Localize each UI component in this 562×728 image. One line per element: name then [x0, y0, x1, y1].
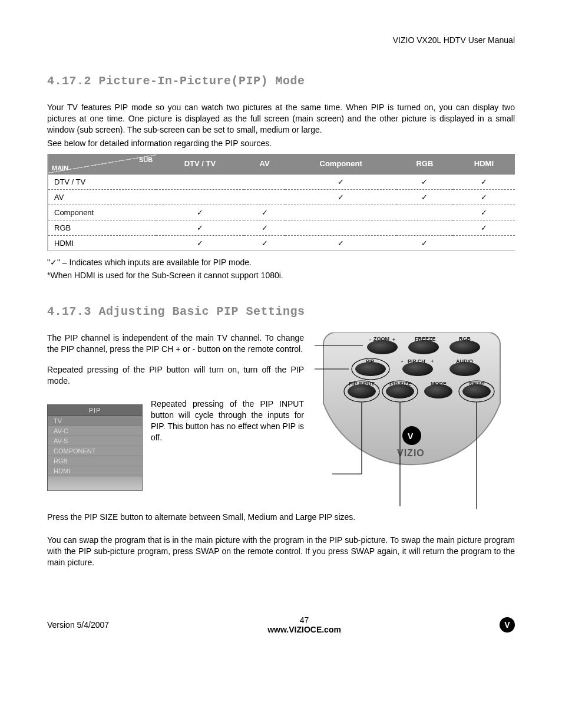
table-cell: ✓: [156, 235, 243, 251]
table-cell: [244, 174, 286, 189]
svg-text:PIP: PIP: [366, 358, 375, 364]
paragraph: The PIP channel is independent of the ma…: [47, 332, 304, 355]
svg-text:SWAP: SWAP: [469, 381, 485, 387]
svg-text:+: +: [431, 358, 434, 364]
svg-text:MODE: MODE: [431, 381, 447, 387]
menu-item: HDMI: [48, 466, 142, 476]
remote-row-1: - ZOOM + FREEZE RGB: [367, 336, 480, 354]
menu-item: RGB: [48, 456, 142, 466]
menu-footer: [48, 476, 142, 490]
svg-point-1: [408, 340, 439, 354]
svg-text:RGB: RGB: [459, 336, 471, 342]
row-header: Component: [48, 205, 156, 220]
col-header: RGB: [396, 154, 453, 174]
svg-text:V: V: [408, 431, 414, 441]
table-row: RGB✓✓✓: [48, 220, 515, 235]
section-heading-pip-mode: 4.17.2 Picture-In-Picture(PIP) Mode: [47, 74, 515, 88]
table-cell: [244, 189, 286, 205]
menu-item: AV-C: [48, 426, 142, 436]
table-cell: [396, 205, 453, 220]
svg-text:AUDIO: AUDIO: [456, 358, 473, 364]
paragraph: Press the PIP SIZE button to alternate b…: [47, 512, 515, 523]
table-corner-cell: SUB MAIN: [48, 154, 156, 174]
table-cell: ✓: [396, 235, 453, 251]
footer-url: www.VIZIOCE.com: [109, 625, 500, 634]
vizio-logo-icon: V: [500, 617, 515, 633]
paragraph: See below for detailed information regar…: [47, 138, 515, 149]
table-cell: ✓: [285, 189, 396, 205]
pip-osd-menu: PIP TV AV-C AV-S COMPONENT RGB HDMI: [47, 404, 143, 491]
table-row: Component✓✓✓: [48, 205, 515, 220]
svg-text:-: -: [369, 337, 371, 342]
table-cell: ✓: [244, 235, 286, 251]
row-header: AV: [48, 189, 156, 205]
paragraph: Repeated pressing of the PIP INPUT butto…: [151, 398, 304, 443]
table-cell: [156, 189, 243, 205]
row-header: HDMI: [48, 235, 156, 251]
svg-point-2: [449, 340, 480, 354]
menu-item: AV-S: [48, 436, 142, 446]
page-footer: Version 5/4/2007 47 www.VIZIOCE.com V: [47, 615, 515, 634]
svg-text:PIP INPUT: PIP INPUT: [349, 381, 375, 387]
document-header: VIZIO VX20L HDTV User Manual: [47, 35, 515, 45]
svg-text:ZOOM: ZOOM: [373, 336, 389, 342]
svg-text:VIZIO: VIZIO: [397, 448, 425, 458]
table-body: DTV / TV✓✓✓AV✓✓✓Component✓✓✓RGB✓✓✓HDMI✓✓…: [48, 174, 515, 251]
table-row: AV✓✓✓: [48, 189, 515, 205]
table-note: *When HDMI is used for the Sub-Screen it…: [47, 270, 515, 281]
paragraph: You can swap the program that is in the …: [47, 535, 515, 568]
table-cell: [156, 174, 243, 189]
table-cell: ✓: [244, 220, 286, 235]
table-cell: ✓: [453, 189, 515, 205]
table-cell: ✓: [156, 205, 243, 220]
paragraph: Your TV features PIP mode so you can wat…: [47, 102, 515, 136]
table-cell: [285, 220, 396, 235]
table-cell: ✓: [453, 174, 515, 189]
svg-text:PIP CH: PIP CH: [408, 358, 425, 364]
menu-item: TV: [48, 416, 142, 426]
table-cell: [396, 220, 453, 235]
version-text: Version 5/4/2007: [47, 620, 109, 630]
remote-control-diagram: - ZOOM + FREEZE RGB PIP - PIP CH + AUDIO: [315, 332, 509, 509]
menu-item: COMPONENT: [48, 446, 142, 456]
table-row: DTV / TV✓✓✓: [48, 174, 515, 189]
table-row: HDMI✓✓✓✓: [48, 235, 515, 251]
section-heading-pip-settings: 4.17.3 Adjusting Basic PIP Settings: [47, 305, 515, 318]
table-note: "✓" – Indicates which inputs are availab…: [47, 257, 515, 268]
col-header: AV: [244, 154, 286, 174]
table-cell: ✓: [285, 235, 396, 251]
pip-compatibility-table: SUB MAIN DTV / TV AV Component RGB HDMI …: [47, 154, 515, 251]
row-header: RGB: [48, 220, 156, 235]
table-cell: ✓: [285, 174, 396, 189]
table-cell: ✓: [453, 205, 515, 220]
col-header: DTV / TV: [156, 154, 243, 174]
table-header-row: SUB MAIN DTV / TV AV Component RGB HDMI: [48, 154, 515, 174]
svg-text:+: +: [392, 337, 395, 342]
paragraph: Repeated pressing of the PIP button will…: [47, 364, 304, 387]
table-cell: [453, 235, 515, 251]
svg-text:-: -: [401, 358, 403, 364]
table-cell: [285, 205, 396, 220]
table-cell: ✓: [156, 220, 243, 235]
svg-text:FREEZE: FREEZE: [415, 336, 436, 342]
table-cell: ✓: [396, 189, 453, 205]
table-cell: ✓: [453, 220, 515, 235]
menu-title: PIP: [48, 405, 142, 416]
col-header: HDMI: [453, 154, 515, 174]
row-header: DTV / TV: [48, 174, 156, 189]
table-cell: ✓: [396, 174, 453, 189]
page-number: 47: [109, 615, 500, 625]
table-cell: ✓: [244, 205, 286, 220]
col-header: Component: [285, 154, 396, 174]
